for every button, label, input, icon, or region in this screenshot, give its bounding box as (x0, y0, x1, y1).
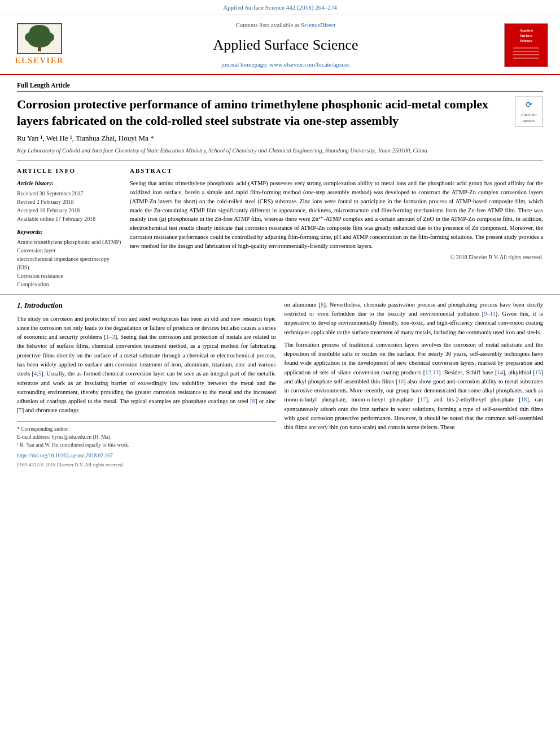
intro-para1: The study on corrosion and protection of… (17, 314, 276, 416)
ref-9-11: 9–11 (484, 311, 496, 317)
abstract-text: Seeing that amino trimethylene phosphoni… (130, 179, 543, 250)
intro-heading: 1. Introduction (17, 300, 276, 311)
authors-text: Ru Yan ¹, Wei He ¹, Tianhua Zhai, Houyi … (17, 134, 154, 142)
journal-title-area: Contents lists available at ScienceDirec… (76, 21, 495, 69)
doi-link[interactable]: https://doi.org/10.1016/j.apsusc.2018.02… (17, 452, 276, 460)
section-divider (0, 294, 560, 295)
abstract-col: ABSTRACT Seeing that amino trimethylene … (130, 167, 543, 288)
check-updates-icon: ⟳ (526, 99, 532, 111)
info-abstract-section: ARTICLE INFO Article history: Received 3… (17, 160, 543, 288)
ref-4-5: 4,5 (34, 370, 41, 377)
revised-date: Revised 2 February 2018 (17, 198, 121, 206)
equal-contribution-note: ¹ R. Yan and W. He contributed equally t… (17, 441, 276, 449)
article-type: Full Length Article (17, 81, 543, 93)
journal-homepage: journal homepage: www.elsevier.com/locat… (76, 60, 495, 69)
available-date: Available online 17 February 2018 (17, 215, 121, 223)
copyright-line: © 2018 Elsevier B.V. All rights reserved… (130, 254, 543, 262)
keywords-label: Keywords: (17, 228, 121, 236)
sciencedirect-line: Contents lists available at ScienceDirec… (76, 21, 495, 30)
article-history-label: Article history: (17, 179, 121, 187)
content-area: Full Length Article Corrosion protective… (0, 75, 560, 289)
journal-logo-area: AppliedSurfaceScience (501, 21, 552, 69)
ref-18: 18 (521, 396, 527, 403)
body-left-col: 1. Introduction The study on corrosion a… (17, 300, 276, 469)
elsevier-logo: ELSEVIER (15, 23, 64, 67)
article-title-section: Corrosion protective performance of amin… (17, 97, 543, 129)
abstract-heading: ABSTRACT (130, 167, 543, 176)
elsevier-logo-area: ELSEVIER (8, 21, 71, 69)
check-updates-badge: ⟳ Check for updates (515, 97, 543, 126)
ref-1-3: 1–3 (106, 334, 115, 340)
check-updates-label: Check for updates (518, 112, 540, 123)
keyword-3: electrochemical impedance spectroscopy (… (17, 255, 121, 272)
ref-15: 15 (535, 369, 541, 375)
body-right-col: on aluminum [8]. Nevertheless, chromate … (285, 300, 544, 469)
intro-para3: The formation process of traditional con… (285, 340, 544, 433)
keyword-2: Conversion layer (17, 246, 121, 255)
doi-section: https://doi.org/10.1016/j.apsusc.2018.02… (17, 452, 276, 469)
ref-7: 7 (19, 407, 22, 413)
email-note: E-mail address: hyma@sdu.edu.cn (H. Ma). (17, 433, 276, 441)
keyword-5: Complexation (17, 280, 121, 289)
homepage-link[interactable]: journal homepage: www.elsevier.com/locat… (221, 61, 350, 68)
issn-line: 0169-4332/© 2018 Elsevier B.V. All right… (17, 461, 276, 469)
contents-label: Contents lists available at (235, 21, 299, 28)
ref-6: 6 (252, 398, 255, 404)
journal-header: ELSEVIER Contents lists available at Sci… (0, 15, 560, 75)
corresponding-author-note: * Corresponding author. (17, 425, 276, 433)
body-content: 1. Introduction The study on corrosion a… (0, 300, 560, 474)
article-info-col: ARTICLE INFO Article history: Received 3… (17, 167, 121, 288)
journal-title: Applied Surface Science (76, 34, 495, 56)
elsevier-tree-icon (17, 23, 62, 54)
keyword-4: Corrosion resistance (17, 272, 121, 280)
intro-para2: on aluminum [8]. Nevertheless, chromate … (285, 300, 544, 337)
ref-16: 16 (398, 378, 404, 385)
authors-line: Ru Yan ¹, Wei He ¹, Tianhua Zhai, Houyi … (17, 133, 543, 144)
journal-citation-bar: Applied Surface Science 442 (2018) 264–2… (0, 0, 560, 15)
journal-logo-text: AppliedSurfaceScience (519, 28, 533, 43)
ref-17: 17 (420, 396, 426, 403)
footnote-section: * Corresponding author. E-mail address: … (17, 421, 276, 449)
elsevier-wordmark: ELSEVIER (15, 55, 64, 67)
journal-logo-graphic (512, 43, 540, 62)
svg-rect-7 (512, 43, 540, 62)
ref-8: 8 (321, 302, 323, 308)
article-info-heading: ARTICLE INFO (17, 167, 121, 176)
ref-14: 14 (497, 369, 503, 375)
keywords-section: Keywords: Amino trimethylene phosphonic … (17, 228, 121, 289)
article-title: Corrosion protective performance of amin… (17, 97, 509, 129)
ref-12-13: 12,13 (425, 369, 439, 375)
journal-citation: Applied Surface Science 442 (2018) 264–2… (223, 4, 336, 11)
journal-logo-box: AppliedSurfaceScience (504, 23, 548, 67)
svg-point-4 (28, 35, 51, 47)
keyword-1: Amino trimethylene phosphonic acid (ATMP… (17, 238, 121, 246)
accepted-date: Accepted 16 February 2018 (17, 207, 121, 215)
svg-rect-5 (38, 46, 41, 51)
sciencedirect-link[interactable]: ScienceDirect (301, 21, 336, 28)
received-date: Received 30 September 2017 (17, 190, 121, 198)
affiliation: Key Laboratory of Colloid and Interface … (17, 146, 543, 155)
